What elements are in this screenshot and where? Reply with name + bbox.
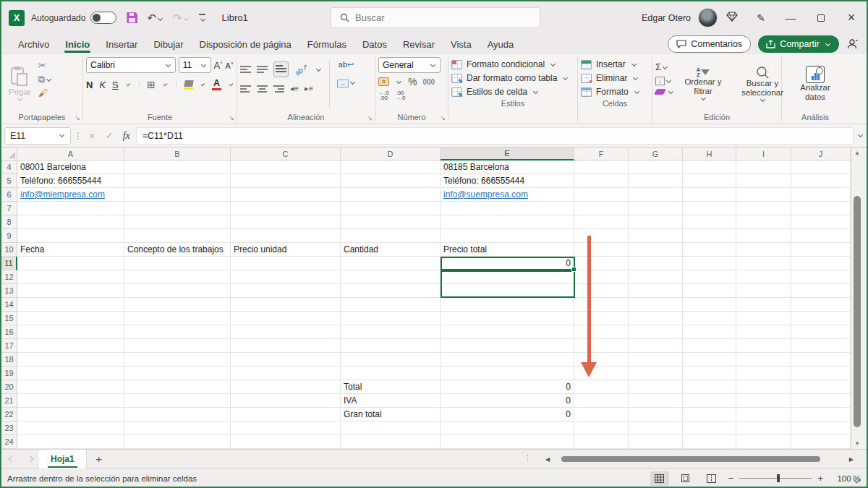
cell-E7[interactable]	[441, 202, 574, 215]
cell-C6[interactable]	[231, 188, 341, 202]
close-button[interactable]: ×	[836, 1, 867, 34]
cell-G23[interactable]	[629, 421, 683, 435]
prev-sheet-icon[interactable]	[1, 453, 20, 466]
col-header-I[interactable]: I	[736, 147, 791, 160]
cell-J13[interactable]	[791, 284, 851, 298]
cell-I10[interactable]	[736, 243, 791, 257]
diamond-icon[interactable]	[718, 12, 746, 24]
row-header-22[interactable]: 22	[1, 408, 17, 421]
cell-C20[interactable]	[231, 380, 341, 394]
avatar[interactable]	[698, 8, 718, 27]
cell-J6[interactable]	[791, 188, 851, 202]
cell-B10[interactable]: Concepto de los trabajos	[124, 243, 231, 257]
cell-H19[interactable]	[683, 367, 736, 380]
cell-C9[interactable]	[231, 229, 341, 243]
cell-J15[interactable]	[791, 312, 851, 325]
cell-B13[interactable]	[124, 284, 231, 298]
cell-G8[interactable]	[629, 215, 683, 229]
borders-icon[interactable]: ⊞	[147, 79, 156, 90]
cell-B21[interactable]	[124, 394, 231, 408]
insert-function-icon[interactable]: fx	[120, 130, 133, 142]
dialog-launcher-icon[interactable]: ↘	[440, 114, 446, 121]
cell-F6[interactable]	[574, 188, 629, 202]
accounting-format-icon[interactable]: ¤	[378, 77, 389, 86]
cell-J20[interactable]	[791, 380, 851, 394]
cell-I18[interactable]	[736, 353, 791, 367]
cell-I11[interactable]	[736, 257, 791, 270]
cell-C19[interactable]	[231, 367, 341, 380]
cell-F17[interactable]	[574, 339, 629, 353]
cell-F16[interactable]	[574, 325, 629, 339]
cell-D15[interactable]	[341, 312, 441, 325]
cell-A6[interactable]: info@miempresa.com	[17, 188, 124, 202]
cell-D17[interactable]	[341, 339, 441, 353]
cell-F12[interactable]	[574, 270, 629, 284]
cell-E10[interactable]: Precio total	[441, 243, 574, 257]
cell-F19[interactable]	[574, 367, 629, 380]
confirm-entry-icon[interactable]: ✓	[102, 130, 117, 141]
row-header-6[interactable]: 6	[1, 188, 17, 202]
cell-I14[interactable]	[736, 298, 791, 312]
cell-D10[interactable]: Cantidad	[341, 243, 441, 257]
cell-E21[interactable]: 0	[441, 394, 574, 408]
cell-D4[interactable]	[341, 160, 441, 174]
delete-cells-button[interactable]: × Eliminar	[581, 73, 649, 83]
bold-button[interactable]: N	[86, 80, 93, 90]
cell-A9[interactable]	[17, 229, 124, 243]
horizontal-scrollbar[interactable]: ◀ ▶	[545, 455, 854, 463]
cell-C22[interactable]	[231, 408, 341, 421]
align-center-icon[interactable]	[257, 85, 268, 93]
cell-H12[interactable]	[683, 270, 736, 284]
cell-J19[interactable]	[791, 367, 851, 380]
cell-F20[interactable]	[574, 380, 629, 394]
page-layout-view-icon[interactable]	[676, 471, 695, 486]
cell-D23[interactable]	[341, 421, 441, 435]
cell-I19[interactable]	[736, 367, 791, 380]
col-header-J[interactable]: J	[791, 147, 851, 160]
row-header-15[interactable]: 15	[1, 312, 17, 325]
next-sheet-icon[interactable]	[20, 453, 39, 466]
cell-D24[interactable]	[341, 435, 441, 449]
row-header-4[interactable]: 4	[1, 160, 17, 174]
align-left-icon[interactable]	[240, 85, 251, 93]
row-header-20[interactable]: 20	[1, 380, 17, 394]
cell-F15[interactable]	[574, 312, 629, 325]
cell-B16[interactable]	[124, 325, 231, 339]
cell-J18[interactable]	[791, 353, 851, 367]
cell-A11[interactable]	[17, 257, 124, 270]
row-header-5[interactable]: 5	[1, 174, 17, 188]
cell-B12[interactable]	[124, 270, 231, 284]
cell-B6[interactable]	[124, 188, 231, 202]
dialog-launcher-icon[interactable]: ↘	[229, 114, 234, 121]
cell-A21[interactable]	[17, 394, 124, 408]
cell-I6[interactable]	[736, 188, 791, 202]
cell-B24[interactable]	[124, 435, 231, 449]
cell-A17[interactable]	[17, 339, 124, 353]
cell-H18[interactable]	[683, 353, 736, 367]
tab-inicio[interactable]: Inicio	[57, 34, 98, 54]
align-middle-icon[interactable]	[257, 65, 268, 74]
cell-I5[interactable]	[736, 174, 791, 188]
cell-F10[interactable]	[574, 243, 629, 257]
row-header-21[interactable]: 21	[1, 394, 17, 408]
customize-qat-icon[interactable]	[199, 14, 206, 22]
cell-I23[interactable]	[736, 421, 791, 435]
cell-A16[interactable]	[17, 325, 124, 339]
row-header-18[interactable]: 18	[1, 353, 17, 367]
cell-F7[interactable]	[574, 202, 629, 215]
cell-J17[interactable]	[791, 339, 851, 353]
cell-D8[interactable]	[341, 215, 441, 229]
cell-I7[interactable]	[736, 202, 791, 215]
copy-icon[interactable]: ⧉	[38, 74, 52, 85]
cell-F9[interactable]	[574, 229, 629, 243]
cell-B17[interactable]	[124, 339, 231, 353]
cell-E20[interactable]: 0	[441, 380, 574, 394]
cell-B7[interactable]	[124, 202, 231, 215]
sheet-tab-hoja1[interactable]: Hoja1	[39, 450, 87, 468]
cell-H5[interactable]	[683, 174, 736, 188]
cell-E16[interactable]	[441, 325, 574, 339]
autosave-toggle[interactable]	[90, 12, 116, 24]
cell-I4[interactable]	[736, 160, 791, 174]
cell-H6[interactable]	[683, 188, 736, 202]
cell-D20[interactable]: Total	[341, 380, 441, 394]
